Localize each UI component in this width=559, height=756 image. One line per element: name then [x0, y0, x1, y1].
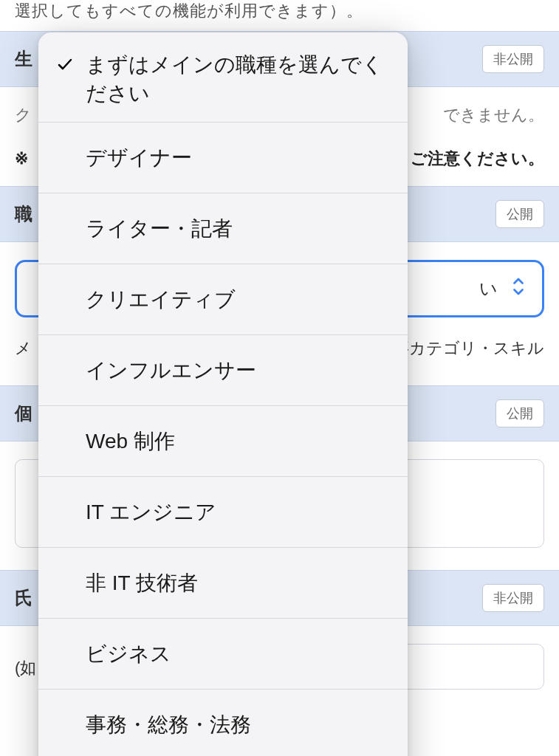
- dropdown-item-creative[interactable]: クリエイティブ: [38, 264, 408, 335]
- check-icon: [56, 55, 74, 78]
- section-name-title: 氏: [15, 586, 32, 610]
- desc-right: 事カテゴリ・スキル: [393, 335, 544, 361]
- badge-public-2: 公開: [495, 399, 544, 427]
- intro-text: 選択してもすべての機能が利用できます）。: [0, 0, 559, 31]
- warn-left: ※: [15, 145, 28, 171]
- dropdown-label: インフルエンサー: [81, 356, 393, 385]
- gray-note-left: ク: [15, 102, 32, 128]
- dropdown-label: ライター・記者: [81, 214, 393, 243]
- dropdown-item-influencer[interactable]: インフルエンサー: [38, 335, 408, 406]
- job-dropdown[interactable]: まずはメインの職種を選んでください デザイナー ライター・記者 クリエイティブ …: [38, 32, 408, 756]
- dropdown-item-placeholder[interactable]: まずはメインの職種を選んでください: [38, 32, 408, 123]
- job-select-value: い: [479, 277, 498, 300]
- desc-left: メ: [15, 335, 32, 361]
- dropdown-item-writer[interactable]: ライター・記者: [38, 193, 408, 264]
- dropdown-item-it-engineer[interactable]: IT エンジニア: [38, 477, 408, 548]
- dropdown-label: まずはメインの職種を選んでください: [81, 50, 393, 108]
- dropdown-item-business[interactable]: ビジネス: [38, 619, 408, 690]
- dropdown-item-office[interactable]: 事務・総務・法務: [38, 690, 408, 756]
- section-personal-title: 個: [15, 402, 32, 425]
- dropdown-label: 事務・総務・法務: [81, 710, 393, 739]
- dropdown-item-designer[interactable]: デザイナー: [38, 123, 408, 193]
- badge-private-2: 非公開: [482, 584, 544, 612]
- badge-private: 非公開: [482, 45, 544, 73]
- dropdown-label: 非 IT 技術者: [81, 568, 393, 597]
- gray-note-right: できません。: [443, 102, 544, 128]
- dropdown-label: デザイナー: [81, 143, 393, 172]
- warn-right: ご注意ください。: [411, 145, 544, 171]
- dropdown-item-web[interactable]: Web 制作: [38, 406, 408, 477]
- dropdown-label: クリエイティブ: [81, 285, 393, 314]
- section-job-title: 職: [15, 202, 32, 226]
- section-birth-title: 生: [15, 47, 32, 71]
- dropdown-item-non-it[interactable]: 非 IT 技術者: [38, 548, 408, 619]
- chevron-updown-icon: [510, 276, 527, 301]
- dropdown-label: Web 制作: [81, 427, 393, 456]
- name-label: (如: [15, 644, 36, 690]
- dropdown-label: IT エンジニア: [81, 498, 393, 526]
- badge-public-1: 公開: [495, 200, 544, 228]
- dropdown-label: ビジネス: [81, 639, 393, 668]
